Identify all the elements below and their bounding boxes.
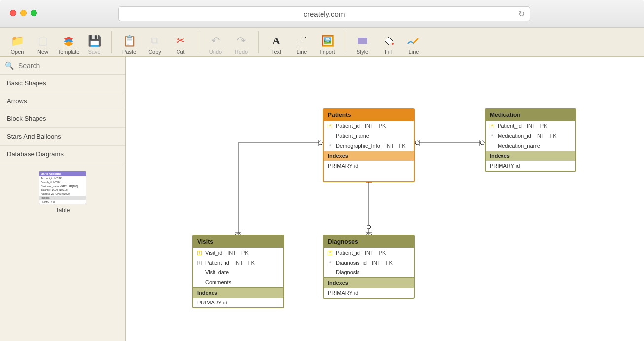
url-bar[interactable]: creately.com ↻ (118, 6, 530, 21)
save-button[interactable]: 💾Save (82, 29, 107, 55)
key-icon: ⚿ (328, 143, 333, 149)
key-icon: ⚿ (490, 133, 495, 139)
workspace: 🔍 Basic Shapes Arrows Block Shapes Stars… (0, 57, 644, 341)
sidebar-cat-block-shapes[interactable]: Block Shapes (0, 110, 125, 128)
canvas[interactable]: Patients ⚿Patient_idINTPK Patient_name ⚿… (126, 57, 644, 341)
svg-point-13 (319, 141, 322, 145)
divider (258, 31, 259, 53)
close-window-button[interactable] (10, 10, 16, 16)
svg-point-9 (480, 141, 484, 145)
style-button[interactable]: Style (350, 29, 375, 55)
line-icon (295, 34, 309, 48)
search-icon: 🔍 (5, 61, 14, 70)
new-button[interactable]: ▢New (31, 29, 55, 55)
pencil-line-icon (407, 34, 421, 48)
search-input[interactable] (18, 62, 107, 70)
paste-button[interactable]: 📋Paste (117, 29, 142, 55)
shape-thumb-table[interactable]: Bank Account Account_id INT PK Branch_id… (39, 171, 86, 214)
svg-line-3 (297, 37, 306, 45)
copy-icon: ⧉ (148, 34, 162, 48)
import-button[interactable]: 🖼️Import (315, 29, 340, 55)
table-medication[interactable]: Medication ⚿Patient_idINTPK ⚿Medication_… (485, 108, 576, 172)
fill-button[interactable]: Fill (376, 29, 400, 55)
shape-thumb-label: Table (39, 207, 86, 214)
key-icon: ⚿ (328, 260, 333, 265)
line-tool-button[interactable]: Line (289, 29, 314, 55)
key-icon: ⚿ (490, 123, 495, 129)
save-icon: 💾 (87, 34, 101, 48)
reload-icon[interactable]: ↻ (518, 9, 525, 19)
search-row: 🔍 (0, 57, 125, 75)
key-icon: ⚿ (197, 260, 202, 265)
redo-button[interactable]: ↷Redo (229, 29, 253, 55)
text-icon: A (269, 34, 283, 48)
cut-button[interactable]: ✂Cut (168, 29, 193, 55)
minimize-window-button[interactable] (20, 10, 27, 16)
table-title: Patients (324, 109, 414, 121)
undo-button[interactable]: ↶Undo (203, 29, 228, 55)
traffic-lights (10, 10, 37, 16)
divider (198, 31, 198, 53)
browser-chrome: creately.com ↻ (0, 0, 644, 28)
scissors-icon: ✂ (174, 34, 187, 48)
table-title: Diagnoses (324, 236, 414, 248)
svg-point-7 (415, 141, 419, 145)
sidebar-cat-arrows[interactable]: Arrows (0, 92, 125, 110)
table-patients[interactable]: Patients ⚿Patient_idINTPK Patient_name ⚿… (323, 108, 415, 182)
key-icon: ⚿ (328, 123, 333, 129)
key-icon: ⚿ (328, 250, 333, 256)
shape-panel: Bank Account Account_id INT PK Branch_id… (0, 163, 125, 221)
file-icon: ▢ (36, 34, 50, 48)
toolbar: 📁Open ▢New Template 💾Save 📋Paste ⧉Copy ✂… (0, 28, 644, 57)
divider (111, 31, 112, 53)
sidebar-cat-basic-shapes[interactable]: Basic Shapes (0, 75, 125, 92)
sidebar-cat-stars-balloons[interactable]: Stars And Balloons (0, 128, 125, 146)
template-icon (62, 34, 75, 48)
folder-icon: 📁 (10, 34, 24, 48)
sidebar-cat-database-diagrams[interactable]: Database Diagrams (0, 146, 125, 163)
sidebar: 🔍 Basic Shapes Arrows Block Shapes Stars… (0, 57, 126, 341)
divider (345, 31, 345, 53)
open-button[interactable]: 📁Open (5, 29, 30, 55)
table-title: Medication (486, 109, 575, 121)
copy-button[interactable]: ⧉Copy (143, 29, 167, 55)
svg-rect-4 (358, 38, 367, 44)
line-style-button[interactable]: Line (401, 29, 426, 55)
template-button[interactable]: Template (56, 29, 81, 55)
url-text: creately.com (304, 10, 345, 18)
svg-point-20 (367, 225, 371, 229)
maximize-window-button[interactable] (31, 10, 37, 16)
redo-icon: ↷ (234, 34, 248, 48)
svg-point-5 (392, 43, 394, 45)
image-icon: 🖼️ (321, 34, 334, 48)
clipboard-icon: 📋 (122, 34, 136, 48)
undo-icon: ↶ (209, 34, 222, 48)
table-visits[interactable]: Visits ⚿Visit_idINTPK ⚿Patient_idINTFK V… (192, 235, 284, 308)
table-title: Visits (193, 236, 283, 248)
table-diagnoses[interactable]: Diagnoses ⚿Patient_idINTPK ⚿Diagnosis_id… (323, 235, 415, 299)
style-icon (356, 34, 369, 48)
key-icon: ⚿ (197, 250, 202, 256)
text-tool-button[interactable]: AText (264, 29, 288, 55)
paint-bucket-icon (381, 34, 395, 48)
